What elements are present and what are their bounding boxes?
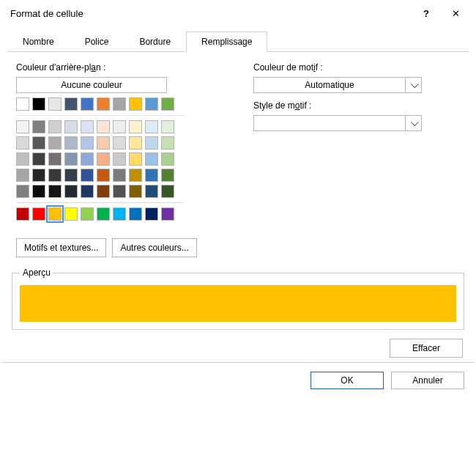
- pattern-style-dropdown[interactable]: [253, 115, 422, 131]
- color-swatch[interactable]: [145, 120, 158, 133]
- preview-group: Aperçu: [12, 268, 464, 330]
- color-swatch[interactable]: [32, 97, 45, 111]
- color-swatch[interactable]: [64, 136, 78, 150]
- color-swatch[interactable]: [81, 207, 94, 221]
- color-swatch[interactable]: [64, 207, 78, 221]
- color-swatch[interactable]: [161, 97, 174, 111]
- color-swatch[interactable]: [32, 136, 45, 150]
- color-swatch[interactable]: [113, 136, 126, 150]
- theme-shades: [16, 120, 185, 198]
- color-swatch[interactable]: [145, 169, 158, 182]
- color-swatch[interactable]: [32, 120, 45, 133]
- color-swatch[interactable]: [64, 185, 78, 198]
- color-swatch[interactable]: [48, 152, 62, 166]
- color-swatch[interactable]: [161, 185, 174, 198]
- color-swatch[interactable]: [161, 136, 174, 150]
- titlebar: Format de cellule ? ✕: [0, 0, 476, 26]
- color-swatch[interactable]: [129, 136, 142, 150]
- color-swatch[interactable]: [97, 120, 110, 133]
- color-swatch[interactable]: [161, 207, 174, 221]
- color-swatch[interactable]: [32, 169, 45, 182]
- no-color-button[interactable]: Aucune couleur: [16, 77, 167, 93]
- color-swatch[interactable]: [48, 120, 62, 133]
- color-swatch[interactable]: [64, 152, 78, 166]
- color-swatch[interactable]: [64, 97, 78, 111]
- color-swatch[interactable]: [129, 152, 142, 166]
- color-swatch[interactable]: [129, 169, 142, 182]
- color-swatch[interactable]: [97, 185, 110, 198]
- color-swatch[interactable]: [161, 152, 174, 166]
- ok-button[interactable]: OK: [310, 372, 384, 389]
- color-swatch[interactable]: [145, 97, 158, 111]
- color-swatch[interactable]: [16, 152, 29, 166]
- color-swatch[interactable]: [161, 169, 174, 182]
- color-swatch[interactable]: [129, 207, 142, 221]
- color-swatch[interactable]: [113, 185, 126, 198]
- color-swatch[interactable]: [113, 152, 126, 166]
- color-swatch[interactable]: [97, 97, 110, 111]
- color-swatch[interactable]: [145, 136, 158, 150]
- left-column: Couleur d'arrière-plan : Aucune couleur …: [16, 62, 236, 257]
- panel-fill: Couleur d'arrière-plan : Aucune couleur …: [0, 52, 476, 263]
- preview-swatch: [20, 285, 456, 322]
- color-swatch[interactable]: [145, 152, 158, 166]
- color-swatch[interactable]: [48, 97, 62, 111]
- color-swatch[interactable]: [129, 97, 142, 111]
- color-swatch[interactable]: [16, 169, 29, 182]
- color-swatch[interactable]: [145, 207, 158, 221]
- close-button[interactable]: ✕: [441, 2, 470, 24]
- color-swatch[interactable]: [81, 120, 94, 133]
- more-colors-button[interactable]: Autres couleurs...: [112, 238, 196, 257]
- color-swatch[interactable]: [48, 136, 62, 150]
- color-swatch[interactable]: [32, 152, 45, 166]
- color-swatch[interactable]: [145, 185, 158, 198]
- background-color-label: Couleur d'arrière-plan :: [16, 62, 236, 73]
- clear-button[interactable]: Effacer: [390, 339, 463, 358]
- color-swatch[interactable]: [64, 169, 78, 182]
- color-swatch[interactable]: [81, 97, 94, 111]
- tab-font[interactable]: Police: [70, 32, 124, 52]
- color-swatch[interactable]: [16, 185, 29, 198]
- color-swatch[interactable]: [81, 152, 94, 166]
- tab-fill[interactable]: Remplissage: [186, 32, 267, 52]
- tab-number[interactable]: Nombre: [7, 32, 70, 52]
- fill-effects-button[interactable]: Motifs et textures...: [16, 238, 106, 257]
- color-swatch[interactable]: [113, 97, 126, 111]
- color-swatch[interactable]: [97, 136, 110, 150]
- chevron-down-icon: [405, 78, 421, 92]
- preview-legend: Aperçu: [20, 268, 53, 278]
- standard-colors-row: [16, 207, 185, 221]
- color-swatch[interactable]: [16, 120, 29, 133]
- color-swatch[interactable]: [113, 120, 126, 133]
- color-swatch[interactable]: [16, 207, 29, 221]
- color-swatch[interactable]: [97, 152, 110, 166]
- color-swatch[interactable]: [97, 169, 110, 182]
- chevron-down-icon: [405, 116, 421, 130]
- cancel-button[interactable]: Annuler: [391, 372, 464, 389]
- divider: [16, 115, 185, 116]
- color-swatch[interactable]: [81, 185, 94, 198]
- color-swatch[interactable]: [64, 120, 78, 133]
- color-swatch[interactable]: [129, 120, 142, 133]
- color-swatch[interactable]: [32, 185, 45, 198]
- tab-border[interactable]: Bordure: [124, 32, 186, 52]
- pattern-color-dropdown[interactable]: Automatique: [253, 77, 422, 93]
- pattern-style-label: Style de motif :: [253, 100, 460, 111]
- color-swatch[interactable]: [48, 207, 62, 221]
- pattern-style-value: [254, 116, 405, 130]
- color-swatch[interactable]: [113, 169, 126, 182]
- color-swatch[interactable]: [97, 207, 110, 221]
- color-swatch[interactable]: [81, 169, 94, 182]
- pattern-color-value: Automatique: [254, 78, 405, 92]
- color-swatch[interactable]: [16, 97, 29, 111]
- color-swatch[interactable]: [81, 136, 94, 150]
- color-swatch[interactable]: [32, 207, 45, 221]
- help-button[interactable]: ?: [412, 2, 441, 24]
- color-swatch[interactable]: [129, 185, 142, 198]
- color-swatch[interactable]: [113, 207, 126, 221]
- color-swatch[interactable]: [48, 185, 62, 198]
- pattern-color-label: Couleur de motif :: [253, 62, 460, 73]
- color-swatch[interactable]: [161, 120, 174, 133]
- color-swatch[interactable]: [16, 136, 29, 150]
- color-swatch[interactable]: [48, 169, 62, 182]
